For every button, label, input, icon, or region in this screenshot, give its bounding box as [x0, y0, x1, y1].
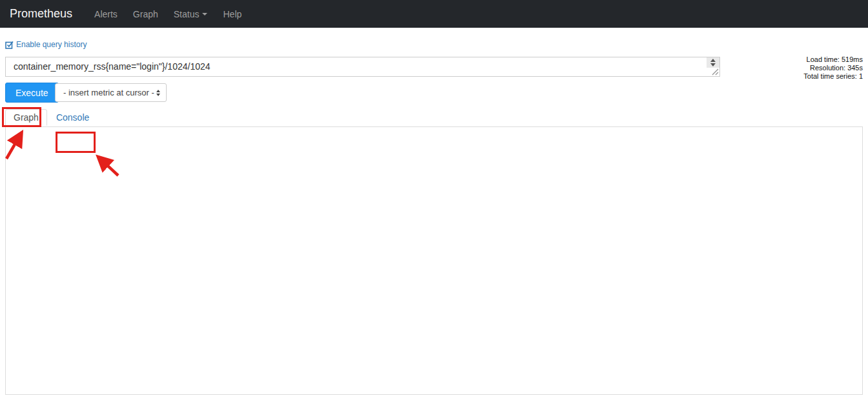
- spinner-up-icon: [710, 59, 716, 62]
- edit-check-icon: [5, 41, 14, 49]
- stat-total-series: Total time series: 1: [803, 72, 863, 81]
- chevron-down-icon: [202, 13, 207, 15]
- query-input-spinner[interactable]: [707, 57, 719, 68]
- query-stats: Load time: 519ms Resolution: 345s Total …: [803, 55, 863, 81]
- stat-resolution: Resolution: 345s: [803, 64, 863, 72]
- execute-button[interactable]: Execute: [5, 83, 59, 103]
- insert-metric-select[interactable]: - insert metric at cursor -: [55, 83, 167, 102]
- resize-grip-icon[interactable]: [710, 67, 719, 75]
- query-input-wrap: container_memory_rss{name="login"}/1024/…: [5, 57, 720, 77]
- tab-graph[interactable]: Graph: [5, 109, 47, 126]
- stat-load-time: Load time: 519ms: [803, 55, 863, 64]
- nav-item-alerts[interactable]: Alerts: [87, 9, 125, 19]
- prometheus-app: Prometheus Alerts Graph Status Help Enab…: [0, 0, 868, 400]
- graph-panel: [5, 126, 863, 395]
- query-expression-input[interactable]: container_memory_rss{name="login"}/1024/…: [5, 57, 720, 77]
- result-tabs: Graph Console: [5, 109, 98, 126]
- brand-prometheus[interactable]: Prometheus: [10, 7, 72, 21]
- nav-links: Alerts Graph Status Help: [87, 9, 249, 19]
- nav-item-status[interactable]: Status: [166, 9, 216, 19]
- spinner-down-icon: [710, 63, 716, 66]
- top-navbar: Prometheus Alerts Graph Status Help: [0, 0, 868, 28]
- enable-query-history-link[interactable]: Enable query history: [5, 40, 87, 49]
- tab-console[interactable]: Console: [47, 109, 98, 126]
- nav-item-graph[interactable]: Graph: [125, 9, 166, 19]
- insert-metric-select-value: - insert metric at cursor -: [63, 88, 154, 97]
- nav-item-help[interactable]: Help: [215, 9, 249, 19]
- select-updown-icon: [156, 90, 160, 96]
